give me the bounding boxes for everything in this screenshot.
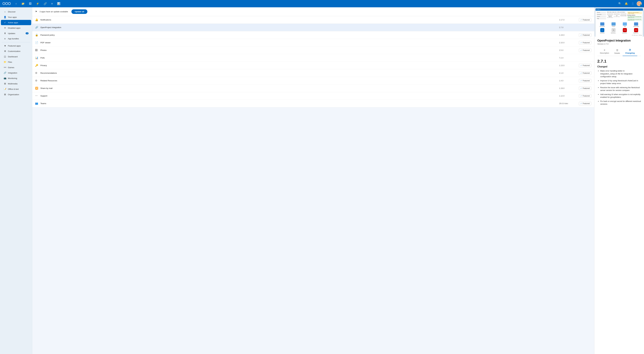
- sidebar-item-games[interactable]: 👓 Games: [1, 65, 31, 70]
- check-icon: ✓: [580, 49, 582, 51]
- check-icon: ✓: [580, 19, 582, 21]
- contacts-icon[interactable]: 👤: [630, 1, 635, 6]
- sidebar-label-dashboard: Dashboard: [8, 55, 18, 58]
- nav-icon-photos[interactable]: 🖼: [28, 1, 32, 6]
- main-layout: ○ Discover 👤 Your apps ✓ Active apps ✕ D…: [0, 7, 644, 354]
- avatar[interactable]: U: [637, 1, 642, 6]
- table-row[interactable]: 🔑 Privacy 1.13.0 ✓ Featured: [32, 62, 594, 69]
- app-name: Password policy: [40, 34, 559, 36]
- nav-icon-links[interactable]: 🔗: [43, 1, 48, 6]
- app-version: 7.2.4: [559, 57, 574, 59]
- list-item: Add warning UI when encryption is not ex…: [600, 93, 641, 99]
- table-row[interactable]: 🔔 Notifications 2.17.0 ✓ Featured: [32, 16, 594, 24]
- right-panel: All files × ⊞ ⊟ Recent Favourites Shares…: [594, 7, 644, 354]
- notifications-icon[interactable]: 🔔: [624, 1, 629, 6]
- app-name: Privacy: [40, 64, 559, 66]
- app-badge-cell: ✓ Featured: [574, 94, 591, 98]
- featured-badge: ✓ Featured: [579, 79, 591, 82]
- preview-app-item: PDF Reports to...: [631, 28, 641, 33]
- sidebar-label-customization: Customization: [8, 50, 20, 52]
- check-icon: ✓: [580, 80, 582, 82]
- table-row[interactable]: 🔒 Password policy 1.19.0 ✓ Featured: [32, 31, 594, 39]
- table-row[interactable]: 👥 Teams 29.0.0-dev ✓ Featured: [32, 100, 594, 107]
- app-version: 2.5.0: [559, 49, 574, 51]
- app-version: 1.19.0: [559, 34, 574, 36]
- sidebar-item-office-text[interactable]: 📝 Office & text: [1, 86, 31, 92]
- sidebar-item-organization[interactable]: ⊞ Organization: [1, 92, 31, 97]
- table-row[interactable]: 🔗 OpenProject Integration 2.7.0: [32, 24, 594, 31]
- sidebar-item-files[interactable]: 📁 Files: [1, 59, 31, 65]
- sidebar-label-integration: Integration: [8, 72, 17, 74]
- app-version: 1.19.0: [559, 87, 574, 89]
- sidebar-label-featured: Featured apps: [8, 45, 21, 47]
- office-text-icon: 📝: [4, 88, 6, 90]
- sidebar-item-monitoring[interactable]: 📺 Monitoring: [1, 76, 31, 81]
- tab-description[interactable]: ≡ Description: [597, 47, 612, 56]
- sidebar-item-customization[interactable]: ⚙ Customization: [1, 48, 31, 54]
- nav-icon-files[interactable]: 📁: [20, 1, 26, 6]
- featured-badge: ✓ Featured: [579, 41, 591, 44]
- featured-badge: ✓ Featured: [579, 94, 591, 98]
- check-icon: ✓: [580, 34, 582, 36]
- app-info-section: OpenProject Integration Version 2.7.0: [594, 36, 644, 47]
- check-icon: ✓: [580, 42, 582, 44]
- nav-icon-analytics[interactable]: 📊: [56, 1, 61, 6]
- sidebar-item-multimedia[interactable]: ⊞ Multimedia: [1, 81, 31, 86]
- sidebar-label-organization: Organization: [8, 93, 19, 96]
- featured-badge: ✓ Featured: [579, 86, 591, 90]
- updates-icon: ⬇: [4, 32, 6, 35]
- preview-app-item: ⬡ Nextcloud: [597, 28, 608, 33]
- table-row[interactable]: 📄 PDF viewer 2.10.0 ✓ Featured: [32, 39, 594, 46]
- update-all-button[interactable]: Update all: [72, 9, 88, 14]
- changelog-item-text: Resolve the issue with retrieving the Ne…: [600, 86, 640, 91]
- sidebar-item-dashboard[interactable]: ◫ Dashboard: [1, 54, 31, 59]
- app-item-label: Nextcloud...: [611, 32, 616, 33]
- changelog-list: Make error handling better in integratio…: [597, 69, 641, 106]
- featured-label: Featured: [583, 49, 590, 51]
- integration-icon: 🔗: [4, 71, 6, 74]
- nav-icon-activity[interactable]: ⚡: [35, 1, 40, 6]
- app-icon: 🔑: [35, 64, 40, 67]
- featured-badge: ✓ Featured: [579, 48, 591, 52]
- tab-details[interactable]: ☰ Details: [612, 47, 623, 56]
- organization-icon: ⊞: [4, 93, 6, 96]
- sidebar-item-active-apps[interactable]: ✓ Active apps: [1, 20, 31, 25]
- check-icon: ✓: [580, 64, 582, 66]
- nav-icon-deck[interactable]: ≡: [50, 1, 54, 6]
- app-version: 1.13.0: [559, 64, 574, 66]
- sidebar: ○ Discover 👤 Your apps ✓ Active apps ✕ D…: [0, 7, 32, 354]
- sidebar-item-integration[interactable]: 🔗 Integration: [1, 70, 31, 75]
- app-icon: 👥: [35, 102, 40, 105]
- nav-icon-circle[interactable]: ○: [14, 1, 18, 6]
- table-row[interactable]: ⚙ Related Resources 1.4.0 ✓ Featured: [32, 77, 594, 84]
- table-row[interactable]: 🔀 Share by mail 1.19.0 ✓ Featured: [32, 84, 594, 92]
- app-version: 2.1.0: [559, 72, 574, 74]
- app-name: Photos: [40, 49, 559, 51]
- topnav: ⬡⬡⬡ ○ 📁 🖼 ⚡ 🔗 ≡ 📊 🔍 🔔 👤 U: [0, 0, 644, 7]
- table-row[interactable]: ⚙ Recommendations 2.1.0 ✓ Featured: [32, 69, 594, 77]
- apps-table: 🔔 Notifications 2.17.0 ✓ Featured 🔗 Open…: [32, 16, 594, 354]
- sidebar-item-app-bundles[interactable]: ≡ App bundles: [1, 36, 31, 41]
- app-badge-cell: ✓ Featured: [574, 33, 591, 37]
- sidebar-item-disabled-apps[interactable]: ✕ Disabled apps: [1, 25, 31, 30]
- sidebar-item-your-apps[interactable]: 👤 Your apps: [1, 14, 31, 20]
- search-icon[interactable]: 🔍: [617, 1, 622, 6]
- preview-topbar: All files × ⊞ ⊟: [596, 8, 643, 11]
- app-logo[interactable]: ⬡⬡⬡: [2, 2, 11, 5]
- featured-badge: ✓ Featured: [579, 18, 591, 22]
- table-row[interactable]: 🖼 Photos 2.5.0 ✓ Featured: [32, 46, 594, 54]
- app-version: 29.0.0-dev: [559, 102, 574, 104]
- app-version: 1.12.0: [559, 95, 574, 97]
- table-row[interactable]: 〰 Support 1.12.0 ✓ Featured: [32, 92, 594, 100]
- app-version-label: Version 2.7.0: [597, 43, 641, 45]
- tab-changelog[interactable]: ⏱ Changelog: [623, 47, 638, 56]
- featured-label: Featured: [583, 64, 590, 66]
- sidebar-item-updates[interactable]: ⬇ Updates 3: [1, 31, 31, 36]
- sidebar-item-featured[interactable]: ★ Featured apps: [1, 43, 31, 48]
- table-row[interactable]: 📊 Polls 7.2.4: [32, 54, 594, 62]
- app-badge-cell: ✓ Featured: [574, 64, 591, 67]
- featured-label: Featured: [583, 72, 590, 74]
- sidebar-label-office-text: Office & text: [8, 88, 18, 90]
- sidebar-item-discover[interactable]: ○ Discover: [1, 9, 31, 14]
- update-banner-text: 3 apps have an update available: [40, 10, 68, 13]
